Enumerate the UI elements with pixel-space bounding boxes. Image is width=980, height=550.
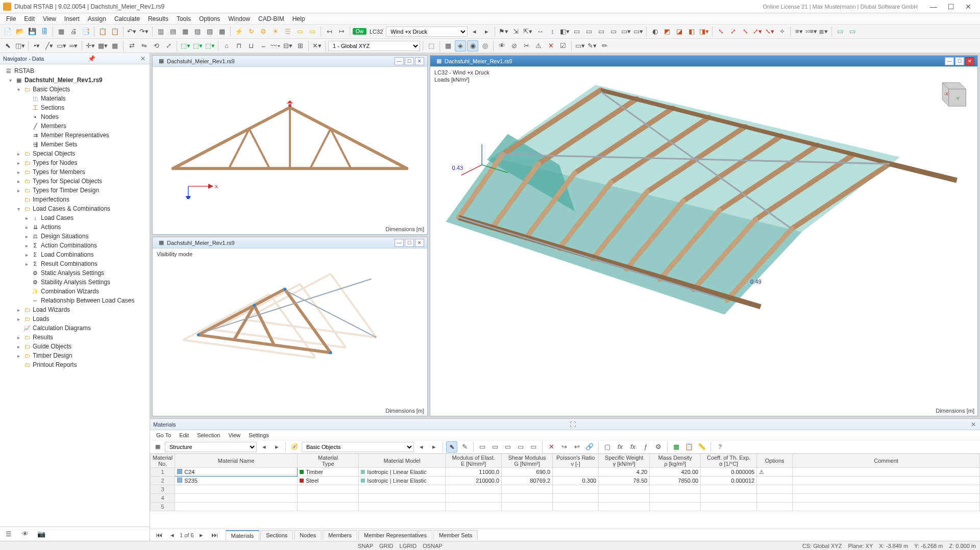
menu-edit[interactable]: Edit bbox=[20, 14, 39, 23]
col-nu[interactable]: Poisson's Ratioν [-] bbox=[553, 454, 599, 468]
grp3-icon[interactable]: ▭ bbox=[596, 26, 607, 37]
cube4-icon[interactable]: ◨▾ bbox=[698, 26, 709, 37]
cfg-icon[interactable]: ⚙ bbox=[653, 441, 664, 453]
redo-icon[interactable]: ↷▾ bbox=[138, 26, 150, 37]
wnd6-icon[interactable]: ▩ bbox=[216, 26, 228, 37]
tree-relationship[interactable]: ↔Relationship Between Load Cases bbox=[1, 296, 149, 305]
status-snap[interactable]: SNAP bbox=[358, 543, 373, 549]
wnd2-icon[interactable]: ▤ bbox=[167, 26, 179, 37]
rect-icon[interactable]: ▭▾ bbox=[56, 40, 67, 52]
tree-comb-wizards[interactable]: ✨Combination Wizards bbox=[1, 287, 149, 296]
select-icon[interactable]: ◫▾ bbox=[14, 40, 26, 52]
scale-icon[interactable]: ⤢ bbox=[163, 40, 174, 52]
menu-window[interactable]: Window bbox=[224, 14, 254, 23]
menu-results[interactable]: Results bbox=[144, 14, 173, 23]
hinge1-icon[interactable]: ⊓ bbox=[233, 40, 244, 52]
hide-icon[interactable]: ⊘ bbox=[508, 40, 520, 52]
wnd1-icon[interactable]: ▥ bbox=[155, 26, 166, 37]
menu-help[interactable]: Help bbox=[288, 14, 309, 23]
view1-icon[interactable]: ▭ bbox=[835, 26, 846, 37]
left-icon[interactable]: ↤ bbox=[324, 26, 335, 37]
status-grid[interactable]: GRID bbox=[379, 543, 394, 549]
tree-actions[interactable]: ▸⇊Actions bbox=[1, 222, 149, 232]
tree-timber-design[interactable]: ▸🗀Timber Design bbox=[1, 351, 149, 360]
excel-icon[interactable]: ▦ bbox=[671, 441, 682, 453]
col-alpha[interactable]: Coeff. of Th. Exp.α [1/°C] bbox=[701, 454, 757, 468]
saveall-icon[interactable]: 🗄 bbox=[39, 26, 50, 37]
table-row[interactable]: 3 bbox=[151, 485, 980, 494]
copy-icon[interactable]: 📋 bbox=[97, 26, 108, 37]
ax1-icon[interactable]: ⤡ bbox=[715, 26, 726, 37]
spring-icon[interactable]: 〰▾ bbox=[270, 40, 281, 52]
structure-select[interactable]: Structure bbox=[165, 442, 257, 452]
navigator-tree[interactable]: ☰RSTAB ▾▦Dachstuhl_Meier_Rev1.rs9 ▾🗀Basi… bbox=[0, 64, 150, 527]
tree-calc-diag[interactable]: 📈Calculation Diagrams bbox=[1, 323, 149, 333]
next-icon[interactable]: ▸ bbox=[271, 441, 282, 453]
window-maximize[interactable]: ☐ bbox=[942, 1, 960, 12]
materials-max-icon[interactable]: ⛶ bbox=[569, 421, 577, 428]
col-type[interactable]: MaterialType bbox=[298, 454, 359, 468]
tree-result-comb[interactable]: ▸ΣResult Combinations bbox=[1, 259, 149, 268]
tab-nodes[interactable]: Nodes bbox=[294, 530, 322, 540]
ax4-icon[interactable]: ⤢▾ bbox=[752, 26, 763, 37]
table-row[interactable]: 1C24TimberIsotropic | Linear Elastic1100… bbox=[151, 468, 980, 477]
menu-assign[interactable]: Assign bbox=[84, 14, 110, 23]
table-row[interactable]: 5 bbox=[151, 503, 980, 511]
layer-icon[interactable]: ▭▾ bbox=[574, 40, 585, 52]
delete-icon[interactable]: ✕ bbox=[546, 441, 557, 453]
view-visibility[interactable]: ▦Dachstuhl_Meier_Rev1.rs9 —☐✕ Visibility… bbox=[152, 237, 428, 416]
pager-last-icon[interactable]: ⏭ bbox=[209, 530, 220, 541]
tab-materials[interactable]: Materials bbox=[226, 530, 260, 540]
status-lgrid[interactable]: LGRID bbox=[400, 543, 417, 549]
mat-menu-selection[interactable]: Selection bbox=[193, 431, 224, 439]
snap4-icon[interactable]: ◎ bbox=[479, 40, 491, 52]
ax5-icon[interactable]: ⤡▾ bbox=[764, 26, 775, 37]
view-close-icon[interactable]: ✕ bbox=[415, 57, 424, 65]
extrude-icon[interactable]: ⬚▾ bbox=[192, 40, 203, 52]
col-cmt[interactable]: Comment bbox=[793, 454, 980, 468]
tree-loads[interactable]: ▸🗀Loads bbox=[1, 314, 149, 323]
menu-view[interactable]: View bbox=[39, 14, 60, 23]
tree-project[interactable]: ▾▦Dachstuhl_Meier_Rev1.rs9 bbox=[1, 76, 149, 85]
edit-row-icon[interactable]: ✎ bbox=[459, 441, 470, 453]
coord-system-select[interactable]: 1 - Global XYZ bbox=[328, 41, 420, 51]
num-icon[interactable]: 10≡▾ bbox=[805, 26, 817, 37]
materials-grid[interactable]: MaterialNo. Material Name MaterialType M… bbox=[150, 454, 980, 529]
category-select[interactable]: Basic Objects bbox=[302, 442, 414, 452]
flag-icon[interactable]: ⚑▾ bbox=[498, 26, 509, 37]
mirror-icon[interactable]: ⇋ bbox=[138, 40, 150, 52]
tree-load-cases[interactable]: ▸↓Load Cases bbox=[1, 213, 149, 222]
grp4-icon[interactable]: ▭ bbox=[608, 26, 619, 37]
check-icon[interactable]: ☑ bbox=[557, 40, 569, 52]
tree-nodes[interactable]: •Nodes bbox=[1, 112, 149, 121]
fn-icon[interactable]: ƒ bbox=[640, 441, 651, 453]
tree-design-sit[interactable]: ▸⚖Design Situations bbox=[1, 232, 149, 241]
row5-icon[interactable]: ▭ bbox=[528, 441, 539, 453]
window-close[interactable]: ✕ bbox=[960, 1, 977, 12]
next2-icon[interactable]: ▸ bbox=[428, 441, 439, 453]
pager-first-icon[interactable]: ⏮ bbox=[153, 530, 164, 541]
tree-imperfections[interactable]: 🗀Imperfections bbox=[1, 195, 149, 204]
tree-load-wizards[interactable]: ▸🗀Load Wizards bbox=[1, 305, 149, 314]
pager-prev-icon[interactable]: ◂ bbox=[166, 530, 178, 541]
lc-next-icon[interactable]: ▸ bbox=[481, 26, 492, 37]
menu-calculate[interactable]: Calculate bbox=[110, 14, 144, 23]
prev2-icon[interactable]: ◂ bbox=[415, 441, 427, 453]
units-icon[interactable]: 📏 bbox=[696, 441, 707, 453]
view-min-icon[interactable]: — bbox=[945, 57, 954, 65]
view2-icon[interactable]: ▭ bbox=[847, 26, 858, 37]
axes-icon[interactable]: ✧ bbox=[776, 26, 788, 37]
view-max-icon[interactable]: ☐ bbox=[955, 57, 964, 65]
member-icon[interactable]: ═▾ bbox=[68, 40, 79, 52]
navigator-pin-icon[interactable]: 📌 bbox=[87, 55, 96, 62]
col-opt[interactable]: Options bbox=[757, 454, 793, 468]
table-row[interactable]: 4 bbox=[151, 494, 980, 503]
copy2-icon[interactable]: 📋 bbox=[683, 441, 695, 453]
grid-icon[interactable]: ▦▾ bbox=[97, 40, 108, 52]
win-icon[interactable]: ▭ bbox=[307, 26, 318, 37]
tab-sections[interactable]: Sections bbox=[260, 530, 293, 540]
opt-icon[interactable]: ☀ bbox=[270, 26, 281, 37]
paste-icon[interactable]: 📋 bbox=[109, 26, 120, 37]
tree-types-members[interactable]: ▸🗀Types for Members bbox=[1, 167, 149, 177]
fx2-icon[interactable]: fx bbox=[627, 441, 639, 453]
